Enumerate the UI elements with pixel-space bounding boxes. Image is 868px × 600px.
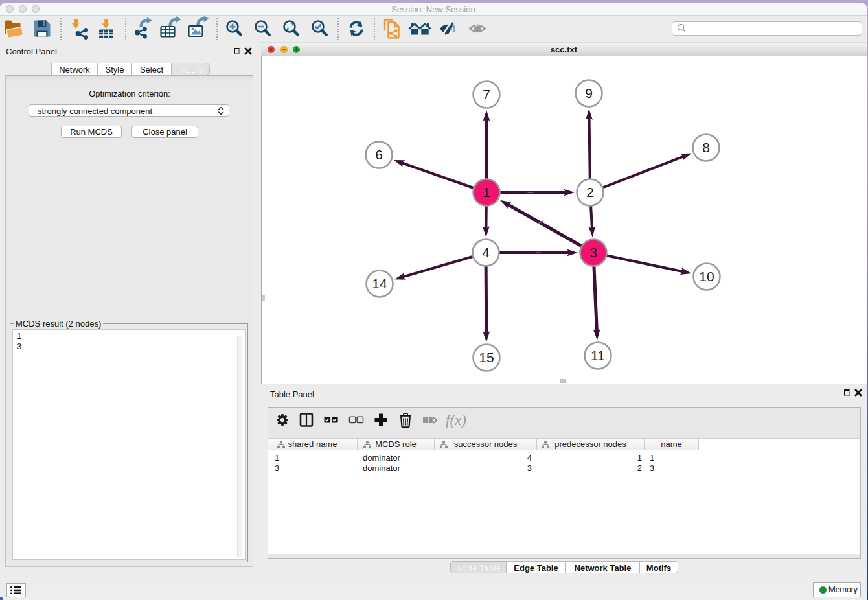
svg-text:4: 4 <box>482 245 490 260</box>
svg-text:1: 1 <box>483 185 490 200</box>
svg-text:7: 7 <box>483 87 490 102</box>
svg-text:10: 10 <box>699 269 714 284</box>
svg-text:9: 9 <box>585 86 593 100</box>
svg-text:2: 2 <box>586 185 594 200</box>
svg-text:6: 6 <box>375 147 383 162</box>
svg-text:15: 15 <box>479 350 494 365</box>
svg-text:14: 14 <box>372 276 387 291</box>
svg-text:3: 3 <box>589 245 597 260</box>
svg-text:8: 8 <box>702 140 710 155</box>
svg-text:f(x): f(x) <box>446 412 466 428</box>
svg-text:11: 11 <box>591 348 605 363</box>
